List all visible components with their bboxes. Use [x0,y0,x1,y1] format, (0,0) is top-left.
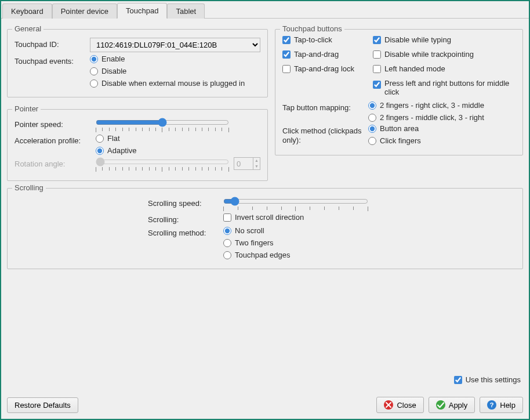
accel-adaptive-radio[interactable]: Adaptive [96,146,137,155]
tap-and-drag-label: Tap-and-drag [294,50,339,59]
middle-click-check[interactable]: Press left and right buttons for middle … [373,79,516,96]
apply-button[interactable]: Apply [429,397,475,413]
use-this-settings-check[interactable]: Use this settings [454,375,521,384]
touchpad-id-select[interactable]: 1102:4619:DLL079F:01_044E:120B [90,38,260,52]
help-icon: ? [487,400,496,410]
accel-profile-label: Acceleration profile: [14,134,96,145]
general-title: General [12,24,43,33]
restore-defaults-button[interactable]: Restore Defaults [7,397,78,413]
scroll-method-noscroll-radio[interactable]: No scroll [223,226,290,235]
accel-adaptive-label: Adaptive [107,146,137,155]
scrolling-speed-ticks [223,207,368,211]
svg-text:?: ? [490,401,494,408]
scrolling-title: Scrolling [12,183,46,192]
tap-map-middle-right-radio[interactable]: 2 fingers - middle click, 3 - right [368,113,484,122]
invert-scroll-check[interactable]: Invert scroll direction [223,213,304,222]
scroll-method-twofingers-radio[interactable]: Two fingers [223,238,290,247]
events-disable-radio[interactable]: Disable [90,67,245,75]
pointer-title: Pointer [12,104,41,113]
check-icon [436,400,445,410]
rotation-label: Rotation angle: [14,157,96,168]
scrolling-method-label: Scrolling method: [148,226,223,237]
touchpad-buttons-title: Touchpad buttons [280,24,344,33]
click-method-fingers-label: Click fingers [380,136,421,145]
pointer-speed-ticks [96,128,229,132]
tab-pointer-device[interactable]: Pointer device [52,3,117,19]
accel-flat-radio[interactable]: Flat [96,134,137,143]
close-icon [384,400,393,410]
rotation-ticks [96,167,229,171]
use-this-settings-label: Use this settings [466,375,521,384]
scroll-method-noscroll-label: No scroll [235,226,264,235]
scroll-method-edges-label: Touchpad edges [235,251,290,259]
tap-and-drag-check[interactable]: Tap-and-drag [282,50,369,59]
left-handed-check[interactable]: Left handed mode [373,64,516,73]
scroll-method-twofingers-label: Two fingers [235,238,273,247]
invert-scroll-label: Invert scroll direction [235,213,304,222]
left-handed-label: Left handed mode [384,64,445,73]
general-group: General Touchpad ID: 1102:4619:DLL079F:0… [7,29,268,97]
scrolling-label: Scrolling: [148,213,223,224]
rotation-slider [96,157,229,166]
close-button[interactable]: Close [376,397,423,413]
click-method-label: Click method (clickpads only): [282,124,368,146]
tab-touchpad[interactable]: Touchpad [117,3,167,19]
tap-to-click-check[interactable]: Tap-to-click [282,35,369,44]
help-button[interactable]: ? Help [480,397,523,413]
disable-typing-check[interactable]: Disable while typing [373,35,516,44]
tap-to-click-label: Tap-to-click [294,35,332,44]
tap-map-middle-right-label: 2 fingers - middle click, 3 - right [380,113,484,122]
events-disable-ext-label: Disable when external mouse is plugged i… [101,79,245,88]
middle-click-label: Press left and right buttons for middle … [384,79,512,96]
disable-trackpoint-check[interactable]: Disable while trackpointing [373,50,516,59]
tab-keyboard[interactable]: Keyboard [2,3,52,19]
touchpad-id-label: Touchpad ID: [14,38,90,49]
click-method-area-label: Button area [380,124,419,133]
touchpad-buttons-group: Touchpad buttons Tap-to-click Disable wh… [275,29,523,155]
tap-drag-lock-check[interactable]: Tap-and-drag lock [282,64,369,73]
pointer-group: Pointer Pointer speed: Acceler [7,109,268,181]
tap-map-right-middle-radio[interactable]: 2 fingers - right click, 3 - middle [368,101,484,110]
disable-typing-label: Disable while typing [384,35,451,44]
accel-flat-label: Flat [107,134,120,143]
rotation-spin: ▲▼ [234,157,260,170]
tap-map-label: Tap button mapping: [282,101,368,112]
scrolling-speed-slider[interactable] [223,197,368,206]
events-disable-label: Disable [101,67,126,75]
events-enable-label: Enable [101,55,125,63]
scrolling-group: Scrolling Scrolling speed: Scrolling: In… [7,188,523,269]
events-disable-ext-radio[interactable]: Disable when external mouse is plugged i… [90,79,245,88]
disable-trackpoint-label: Disable while trackpointing [384,50,474,59]
tap-drag-lock-label: Tap-and-drag lock [294,64,354,73]
click-method-fingers-radio[interactable]: Click fingers [368,136,421,145]
click-method-area-radio[interactable]: Button area [368,124,421,133]
touchpad-events-label: Touchpad events: [14,55,90,66]
tab-tablet[interactable]: Tablet [167,3,205,19]
scrolling-speed-label: Scrolling speed: [148,197,223,208]
scroll-method-edges-radio[interactable]: Touchpad edges [223,251,290,259]
pointer-speed-slider[interactable] [96,118,229,127]
pointer-speed-label: Pointer speed: [14,118,96,129]
events-enable-radio[interactable]: Enable [90,55,245,63]
tap-map-right-middle-label: 2 fingers - right click, 3 - middle [380,101,484,110]
